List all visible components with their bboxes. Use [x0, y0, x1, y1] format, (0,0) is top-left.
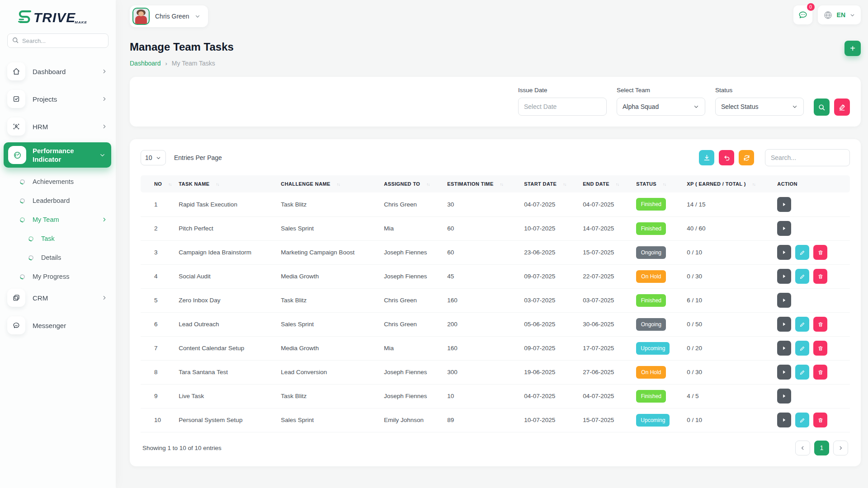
refresh-button[interactable]: [739, 150, 754, 165]
sidebar-item-dashboard[interactable]: Dashboard: [0, 60, 116, 83]
delete-task-button[interactable]: [813, 245, 827, 260]
view-task-button[interactable]: [777, 293, 791, 308]
status-label: Status: [715, 87, 804, 94]
view-task-button[interactable]: [777, 221, 791, 236]
chat-icon: [798, 10, 808, 20]
status-select[interactable]: Select Status: [715, 98, 804, 116]
sidebar-item-performance-indicator[interactable]: Performance Indicator: [4, 142, 111, 168]
entries-per-page-select[interactable]: 10: [141, 150, 166, 165]
add-task-button[interactable]: +: [844, 41, 861, 56]
cell-estimation: 160: [443, 336, 520, 360]
pagination-next-button[interactable]: [833, 441, 848, 455]
pagination-prev-button[interactable]: [795, 441, 810, 455]
entries-per-page-value: 10: [145, 154, 152, 161]
chevron-down-icon: [99, 152, 106, 159]
sidebar-item-details[interactable]: Details: [0, 248, 116, 267]
play-icon: [782, 346, 787, 351]
sort-icon: ↑↓: [616, 182, 619, 187]
edit-task-button[interactable]: [795, 413, 809, 427]
sidebar-item-my-team[interactable]: My Team: [0, 210, 116, 229]
pencil-icon: [799, 273, 806, 280]
trash-icon: [817, 345, 824, 352]
cell-start: 19-06-2025: [520, 360, 579, 384]
sidebar-item-messenger[interactable]: Messenger: [0, 314, 116, 337]
column-header-no[interactable]: NO↑↓: [141, 175, 175, 192]
view-task-button[interactable]: [777, 197, 791, 212]
column-header-status[interactable]: STATUS↑↓: [632, 175, 683, 192]
edit-task-button[interactable]: [795, 317, 809, 332]
view-task-button[interactable]: [777, 365, 791, 380]
cell-xp: 6 / 10: [683, 288, 774, 312]
cell-status: Finished: [632, 192, 683, 216]
column-header-xp-earned-total[interactable]: XP ( EARNED / TOTAL )↑↓: [683, 175, 774, 192]
avatar: [132, 8, 150, 25]
column-header-start-date[interactable]: START DATE↑↓: [520, 175, 579, 192]
cell-no: 2: [141, 216, 175, 240]
table-row: 10Personal System SetupSales SprintEmily…: [141, 408, 850, 432]
bullet-icon: [28, 254, 34, 261]
clear-filter-button[interactable]: [834, 99, 850, 116]
table-header-row: NO↑↓TASK NAME↑↓CHALLENGE NAME↑↓ASSIGNED …: [141, 175, 850, 192]
sidebar-search-input[interactable]: [7, 33, 108, 48]
status-badge: Finished: [636, 198, 666, 211]
chevron-down-icon: [156, 155, 161, 161]
column-header-end-date[interactable]: END DATE↑↓: [579, 175, 632, 192]
edit-task-button[interactable]: [795, 245, 809, 260]
tasks-table: NO↑↓TASK NAME↑↓CHALLENGE NAME↑↓ASSIGNED …: [141, 175, 850, 432]
messages-button[interactable]: 0: [793, 5, 812, 24]
cell-no: 1: [141, 192, 175, 216]
column-header-action[interactable]: ACTION: [774, 175, 850, 192]
cell-start: 10-07-2025: [520, 216, 579, 240]
chevron-right-icon: [101, 96, 108, 102]
brand-logo: TRIVE MAKE: [0, 6, 116, 31]
delete-task-button[interactable]: [813, 269, 827, 284]
cell-status: Finished: [632, 288, 683, 312]
sidebar-item-task[interactable]: Task: [0, 229, 116, 248]
apply-filter-button[interactable]: [814, 99, 830, 116]
breadcrumb-dashboard[interactable]: Dashboard: [130, 60, 161, 67]
issue-date-input[interactable]: [518, 98, 607, 116]
column-header-estimation-time[interactable]: ESTIMATION TIME↑↓: [443, 175, 520, 192]
view-task-button[interactable]: [777, 413, 791, 427]
view-task-button[interactable]: [777, 269, 791, 284]
delete-task-button[interactable]: [813, 365, 827, 380]
main-content: Chris Green 0: [116, 0, 868, 466]
user-menu[interactable]: Chris Green: [130, 5, 208, 27]
cell-actions: [774, 288, 850, 312]
view-task-button[interactable]: [777, 341, 791, 356]
cell-actions: [774, 360, 850, 384]
status-badge: Finished: [636, 222, 666, 235]
sidebar-item-leaderboard[interactable]: Leaderboard: [0, 191, 116, 210]
table-row: 6Lead OutreachSales SprintChris Green200…: [141, 312, 850, 336]
delete-task-button[interactable]: [813, 341, 827, 356]
pagination-page-1[interactable]: 1: [814, 441, 829, 455]
edit-task-button[interactable]: [795, 269, 809, 284]
column-header-task-name[interactable]: TASK NAME↑↓: [175, 175, 277, 192]
sidebar-item-hrm[interactable]: HRM: [0, 115, 116, 138]
export-button[interactable]: [699, 150, 714, 165]
sidebar-item-projects[interactable]: Projects: [0, 87, 116, 111]
undo-button[interactable]: [719, 150, 734, 165]
sidebar-item-label: CRM: [33, 294, 48, 302]
chevron-down-icon: [792, 103, 798, 110]
edit-task-button[interactable]: [795, 341, 809, 356]
table-search-input[interactable]: [765, 149, 850, 166]
sidebar-item-my-progress[interactable]: My Progress: [0, 267, 116, 286]
filter-buttons: [814, 99, 850, 116]
view-task-button[interactable]: [777, 245, 791, 260]
column-header-challenge-name[interactable]: CHALLENGE NAME↑↓: [277, 175, 380, 192]
cell-start: 03-07-2025: [520, 288, 579, 312]
cell-assigned: Chris Green: [380, 192, 443, 216]
language-selector[interactable]: EN: [818, 5, 861, 24]
team-select[interactable]: Alpha Squad: [617, 98, 705, 116]
edit-task-button[interactable]: [795, 365, 809, 380]
sidebar-item-crm[interactable]: CRM: [0, 286, 116, 310]
delete-task-button[interactable]: [813, 413, 827, 427]
delete-task-button[interactable]: [813, 317, 827, 332]
cell-end: 15-07-2025: [579, 240, 632, 264]
view-task-button[interactable]: [777, 389, 791, 404]
column-header-assigned-to[interactable]: ASSIGNED TO↑↓: [380, 175, 443, 192]
status-badge: Ongoing: [636, 318, 666, 331]
view-task-button[interactable]: [777, 317, 791, 332]
sidebar-item-achievements[interactable]: Achievements: [0, 172, 116, 191]
